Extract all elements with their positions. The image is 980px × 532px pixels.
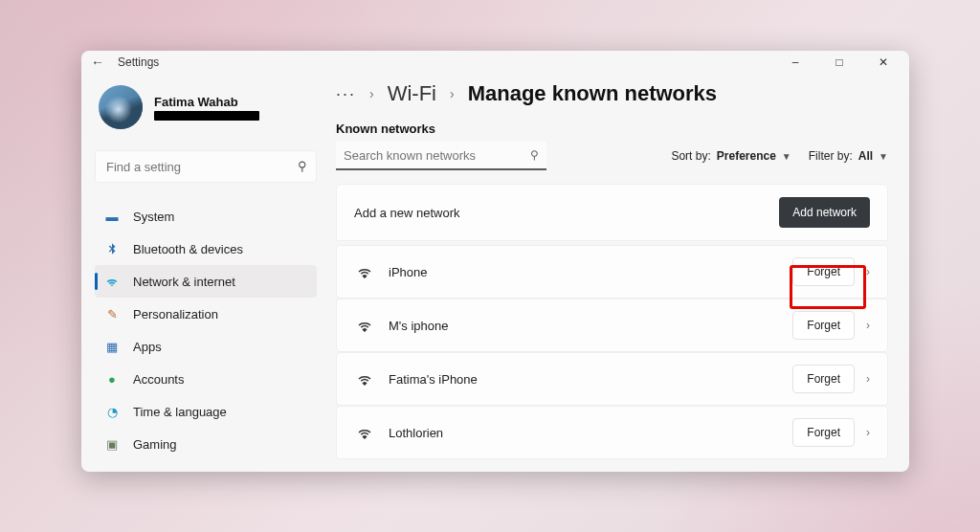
chevron-right-icon[interactable]: › <box>866 265 870 278</box>
sidebar-item-bluetooth-devices[interactable]: Bluetooth & devices <box>95 233 317 265</box>
sort-prefix: Sort by: <box>671 149 710 163</box>
network-row[interactable]: LothlorienForget› <box>336 406 888 459</box>
apps-icon: ▦ <box>104 340 120 354</box>
forget-button[interactable]: Forget <box>792 311 855 340</box>
sidebar-item-apps[interactable]: ▦Apps <box>95 330 317 363</box>
minimize-button[interactable]: – <box>773 52 817 73</box>
sidebar-item-label: Network & internet <box>133 275 235 289</box>
sidebar-item-gaming[interactable]: ▣Gaming <box>95 428 317 460</box>
personal-icon: ✎ <box>104 307 120 321</box>
search-networks-input[interactable] <box>336 142 546 170</box>
chevron-right-icon: › <box>450 86 455 101</box>
chevron-right-icon[interactable]: › <box>866 372 870 386</box>
chevron-down-icon: ▼ <box>782 151 791 162</box>
sidebar-item-label: System <box>133 210 174 224</box>
known-networks-label: Known networks <box>336 122 888 136</box>
chevron-right-icon[interactable]: › <box>866 319 870 332</box>
profile-name: Fatima Wahab <box>154 95 259 109</box>
add-network-card: Add a new network Add network <box>336 184 888 241</box>
sort-by-dropdown[interactable]: Sort by: Preference ▼ <box>671 149 791 163</box>
sort-value: Preference <box>717 149 776 163</box>
forget-button[interactable]: Forget <box>792 365 855 393</box>
wifi-icon <box>354 317 375 334</box>
sidebar-item-label: Time & language <box>133 405 227 419</box>
breadcrumb-wifi[interactable]: Wi-Fi <box>388 81 436 106</box>
network-row[interactable]: M's iphoneForget› <box>336 299 888 352</box>
wifi-icon <box>354 370 375 388</box>
profile-block[interactable]: Fatima Wahab <box>95 81 317 137</box>
sidebar-item-label: Apps <box>133 340 162 354</box>
network-name: iPhone <box>389 265 427 279</box>
breadcrumb: ··· › Wi-Fi › Manage known networks <box>336 81 888 106</box>
wifi-icon <box>354 263 375 280</box>
time-icon: ◔ <box>104 405 120 419</box>
filter-value: All <box>858 149 873 163</box>
search-icon: ⚲ <box>298 159 307 173</box>
sidebar-item-label: Bluetooth & devices <box>133 242 243 256</box>
sidebar-item-system[interactable]: ▬System <box>95 200 317 233</box>
sidebar-item-personalization[interactable]: ✎Personalization <box>95 298 317 330</box>
settings-window: ← Settings – □ ✕ Fatima Wahab ⚲ ▬SystemB… <box>81 51 909 472</box>
chevron-right-icon[interactable]: › <box>866 426 870 439</box>
sidebar-item-accounts[interactable]: ●Accounts <box>95 363 317 395</box>
content-pane: ··· › Wi-Fi › Manage known networks Know… <box>330 74 909 472</box>
filter-by-dropdown[interactable]: Filter by: All ▼ <box>809 149 888 163</box>
forget-button[interactable]: Forget <box>792 257 855 286</box>
network-row[interactable]: iPhoneForget› <box>336 245 888 299</box>
network-cards: Add a new network Add network iPhoneForg… <box>336 184 888 459</box>
find-setting-input[interactable] <box>95 150 317 183</box>
bluetooth-icon <box>104 242 120 255</box>
nav-list: ▬SystemBluetooth & devicesNetwork & inte… <box>95 200 317 460</box>
search-networks[interactable]: ⚲ <box>336 142 546 170</box>
avatar <box>99 85 143 129</box>
window-title: Settings <box>118 55 159 69</box>
sidebar-item-label: Personalization <box>133 307 218 321</box>
sidebar-item-time-language[interactable]: ◔Time & language <box>95 395 317 428</box>
back-button[interactable]: ← <box>91 55 104 70</box>
network-name: Lothlorien <box>389 426 443 440</box>
chevron-down-icon: ▼ <box>879 151 888 162</box>
gaming-icon: ▣ <box>104 437 120 452</box>
search-icon: ⚲ <box>530 148 539 162</box>
wifi-icon <box>354 424 375 441</box>
filter-prefix: Filter by: <box>809 149 853 163</box>
network-icon <box>104 274 120 289</box>
network-row[interactable]: Fatima's iPhoneForget› <box>336 352 888 406</box>
network-name: M's iphone <box>389 319 448 333</box>
system-icon: ▬ <box>104 210 120 224</box>
network-name: Fatima's iPhone <box>389 372 478 387</box>
sidebar-item-network-internet[interactable]: Network & internet <box>95 265 317 298</box>
profile-email-redacted <box>154 111 259 121</box>
add-network-label: Add a new network <box>354 206 460 220</box>
sidebar: Fatima Wahab ⚲ ▬SystemBluetooth & device… <box>81 74 330 472</box>
breadcrumb-more[interactable]: ··· <box>336 84 356 104</box>
close-button[interactable]: ✕ <box>861 52 905 73</box>
breadcrumb-current: Manage known networks <box>468 81 717 106</box>
window-titlebar: ← Settings – □ ✕ <box>81 51 909 74</box>
maximize-button[interactable]: □ <box>817 52 861 73</box>
accounts-icon: ● <box>104 372 120 387</box>
sidebar-item-label: Gaming <box>133 437 177 452</box>
forget-button[interactable]: Forget <box>792 418 855 447</box>
add-network-button[interactable]: Add network <box>779 197 870 228</box>
chevron-right-icon: › <box>369 86 374 101</box>
sidebar-search[interactable]: ⚲ <box>95 150 317 183</box>
sidebar-item-label: Accounts <box>133 372 184 387</box>
